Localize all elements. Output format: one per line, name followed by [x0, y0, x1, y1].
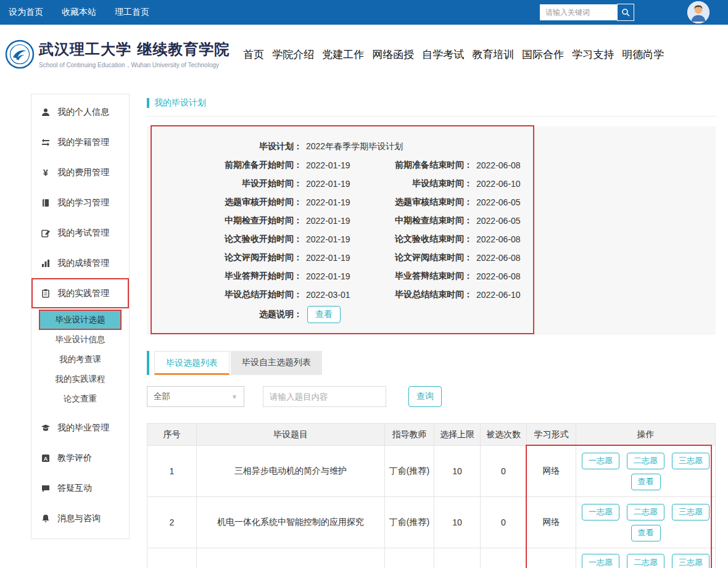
keyword-search-input[interactable]	[540, 4, 617, 20]
plan-value: 2022-01-19	[306, 271, 365, 281]
category-select[interactable]: 全部 ▼	[147, 386, 244, 407]
plan-row: 毕业答辩开始时间： 2022-01-19 毕业答辩结束时间： 2022-06-0…	[147, 267, 716, 286]
sidebar-item-personal-info[interactable]: 我的个人信息	[31, 97, 129, 127]
third-choice-button[interactable]: 三志愿	[672, 504, 709, 521]
exam-icon	[41, 228, 51, 238]
second-choice-button[interactable]: 二志愿	[627, 504, 664, 521]
plan-name-value: 2022年春季学期毕设计划	[306, 141, 403, 152]
cell-limit	[434, 548, 481, 568]
sidebar-item-label: 答疑互动	[57, 483, 92, 494]
plan-value: 2022-01-19	[306, 234, 365, 244]
plan-label: 毕设开始时间：	[147, 178, 302, 189]
sidebar-item-label: 我的成绩管理	[57, 258, 109, 269]
table-row: 2 机电一体化系统中智能控制的应用探究 丁俞(推荐) 10 0 网络 一志愿	[147, 497, 716, 548]
second-choice-button[interactable]: 二志愿	[627, 453, 664, 469]
third-choice-button[interactable]: 三志愿	[672, 554, 709, 568]
query-button[interactable]: 查询	[408, 386, 442, 407]
sidebar-subitem-practice-courses[interactable]: 我的实践课程	[39, 369, 121, 389]
nav-self-study-exam[interactable]: 自学考试	[422, 47, 464, 62]
plan-value: 2022-01-19	[306, 179, 365, 189]
cell-no: 2	[147, 497, 197, 548]
sidebar-item-teaching-evaluation[interactable]: A 教学评价	[31, 443, 129, 473]
sidebar-subitem-thesis-info[interactable]: 毕业设计信息	[39, 330, 121, 349]
sidebar-subitem-thesis-topic-selection[interactable]: 毕业设计选题	[39, 310, 121, 329]
book-icon	[41, 198, 51, 208]
sidebar-item-fees[interactable]: ¥ 我的费用管理	[31, 157, 129, 187]
cell-count: 0	[481, 497, 527, 548]
topic-search-input[interactable]	[263, 386, 386, 407]
svg-text:A: A	[44, 456, 48, 462]
avatar-person-icon	[687, 1, 709, 23]
nav-learning-support[interactable]: 学习支持	[572, 47, 614, 62]
first-choice-button[interactable]: 一志愿	[582, 504, 619, 521]
link-favorite-site[interactable]: 收藏本站	[62, 7, 96, 18]
cell-count	[481, 548, 527, 568]
nav-online-correspondence[interactable]: 网络函授	[372, 47, 414, 62]
sidebar-item-grades[interactable]: 我的成绩管理	[31, 248, 129, 278]
brand-subtitle: School of Continuing Education，Wuhan Uni…	[39, 61, 230, 70]
plan-label: 选题审核结束时间：	[365, 197, 473, 208]
sidebar-subitem-plagiarism-check[interactable]: 论文查重	[39, 389, 121, 408]
plan-label: 毕设总结结束时间：	[365, 289, 473, 300]
nav-mingde-shangxue[interactable]: 明德尚学	[622, 47, 664, 62]
plan-name-label: 毕设计划：	[147, 141, 302, 152]
first-choice-button[interactable]: 一志愿	[582, 453, 619, 469]
plan-row: 毕设总结开始时间： 2022-03-01 毕设总结结束时间： 2022-06-1…	[147, 286, 716, 304]
sidebar-item-enrollment[interactable]: 我的学籍管理	[31, 127, 129, 157]
sidebar-item-messages[interactable]: 消息与咨询	[31, 503, 129, 533]
view-note-button[interactable]: 查看	[307, 306, 341, 323]
view-topic-button[interactable]: 查看	[631, 525, 661, 541]
nav-international-cooperation[interactable]: 国际合作	[522, 47, 564, 62]
plan-value: 2022-06-08	[476, 234, 536, 244]
yen-icon: ¥	[41, 168, 51, 178]
second-choice-button[interactable]: 二志愿	[627, 554, 664, 568]
sidebar-item-exams[interactable]: 我的考试管理	[31, 218, 129, 248]
accent-bar	[147, 98, 149, 108]
topic-table-wrap: 序号 毕设题目 指导教师 选择上限 被选次数 学习形式 操作 1 三相异步电动机	[147, 423, 716, 568]
nav-education-training[interactable]: 教育培训	[472, 47, 514, 62]
view-topic-button[interactable]: 查看	[631, 474, 661, 490]
sidebar: 我的个人信息 我的学籍管理 ¥ 我的费用管理 我的学习管理 我的考试管理 我的成…	[31, 94, 130, 539]
topbar-right	[540, 1, 728, 23]
nav-home[interactable]: 首页	[243, 47, 264, 62]
sidebar-item-label: 教学评价	[57, 453, 92, 464]
main-panel: 我的毕设计划 毕设计划： 2022年春季学期毕设计划 前期准备开始时间： 202…	[147, 94, 716, 568]
comment-icon	[41, 484, 51, 493]
col-header-count: 被选次数	[481, 424, 527, 446]
third-choice-button[interactable]: 三志愿	[672, 453, 709, 469]
first-choice-button[interactable]: 一志愿	[582, 554, 619, 568]
cell-title: 机电一体化系统中智能控制的应用探究	[197, 497, 385, 548]
tab-topic-list[interactable]: 毕设选题列表	[154, 351, 230, 375]
brand-title: 武汉理工大学 继续教育学院	[39, 39, 230, 59]
searchbox	[540, 4, 634, 21]
table-row: 一志愿 二志愿 三志愿 查看	[147, 548, 716, 568]
link-university-home[interactable]: 理工首页	[115, 7, 149, 18]
plan-label: 中期检查开始时间：	[147, 215, 302, 226]
plan-value: 2022-01-19	[306, 253, 365, 263]
nav-college-intro[interactable]: 学院介绍	[272, 47, 314, 62]
sidebar-item-label: 我的学习管理	[57, 197, 109, 208]
thesis-plan-panel: 毕设计划： 2022年春季学期毕设计划 前期准备开始时间： 2022-01-19…	[147, 126, 716, 335]
cell-limit: 10	[434, 446, 481, 497]
search-button[interactable]	[617, 4, 634, 21]
sidebar-item-practice[interactable]: 我的实践管理	[31, 278, 129, 308]
sidebar-item-learning[interactable]: 我的学习管理	[31, 187, 129, 218]
link-set-homepage[interactable]: 设为首页	[9, 7, 43, 18]
cell-limit: 10	[434, 497, 481, 548]
cell-mode: 网络	[527, 446, 576, 497]
topic-table: 序号 毕设题目 指导教师 选择上限 被选次数 学习形式 操作 1 三相异步电动机	[147, 423, 716, 568]
plan-label: 论文验收开始时间：	[147, 234, 302, 245]
section-head: 我的毕设计划	[147, 94, 716, 117]
content: 我的个人信息 我的学籍管理 ¥ 我的费用管理 我的学习管理 我的考试管理 我的成…	[0, 84, 728, 568]
sidebar-subitem-assessment-courses[interactable]: 我的考查课	[39, 350, 121, 369]
nav-party-building[interactable]: 党建工作	[322, 47, 364, 62]
plan-value: 2022-06-05	[476, 216, 536, 226]
tab-self-topic-list[interactable]: 毕设自主选题列表	[231, 351, 322, 375]
sidebar-item-graduation[interactable]: 我的毕业管理	[31, 413, 129, 443]
sidebar-item-qa-interaction[interactable]: 答疑互动	[31, 473, 129, 503]
user-avatar[interactable]	[687, 1, 709, 23]
evaluation-icon: A	[41, 453, 51, 463]
plan-row: 毕设开始时间： 2022-01-19 毕设结束时间： 2022-06-10	[147, 175, 716, 193]
cell-no: 1	[147, 446, 197, 497]
plan-value: 2022-06-08	[476, 253, 536, 263]
